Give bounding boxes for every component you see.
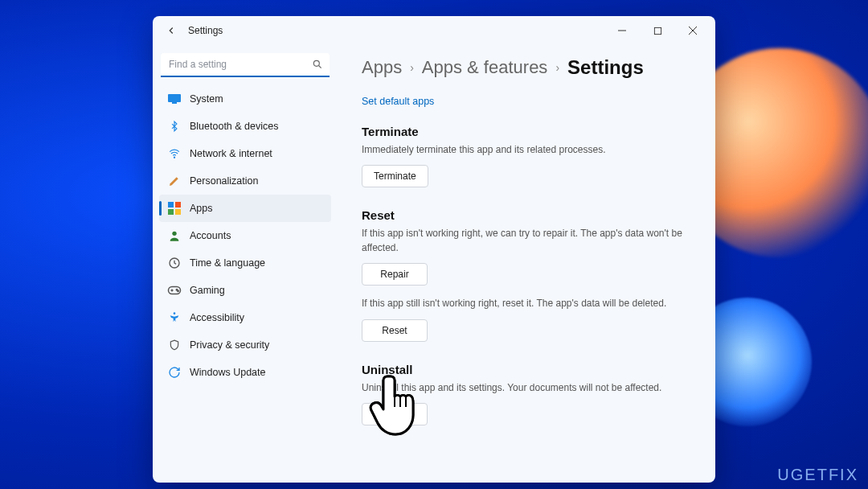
- terminate-description: Immediately terminate this app and its r…: [362, 143, 691, 157]
- display-icon: [167, 92, 182, 106]
- terminate-heading: Terminate: [362, 125, 691, 138]
- svg-rect-5: [172, 102, 177, 104]
- svg-rect-4: [168, 94, 181, 102]
- sidebar-item-time-language[interactable]: Time & language: [159, 249, 331, 277]
- svg-rect-8: [175, 202, 181, 208]
- chevron-right-icon: ›: [555, 61, 559, 74]
- svg-point-16: [174, 312, 176, 314]
- clock-icon: [167, 256, 182, 270]
- sidebar-item-system[interactable]: System: [159, 85, 331, 113]
- svg-rect-7: [168, 202, 174, 208]
- sidebar-item-label: Privacy & security: [190, 339, 269, 351]
- reset-button[interactable]: Reset: [362, 319, 428, 342]
- sidebar-item-label: Time & language: [190, 257, 265, 269]
- reset-description: If this app still isn't working right, r…: [362, 297, 691, 310]
- set-default-apps-link[interactable]: Set default apps: [362, 96, 434, 107]
- close-button[interactable]: [675, 19, 710, 42]
- chevron-right-icon: ›: [410, 61, 414, 74]
- person-icon: [167, 228, 182, 243]
- minimize-button[interactable]: [604, 19, 640, 42]
- terminate-button[interactable]: Terminate: [362, 165, 428, 187]
- uninstall-section: Uninstall Uninstall this app and its set…: [362, 363, 691, 425]
- uninstall-description: Uninstall this app and its settings. You…: [362, 381, 691, 395]
- sidebar-item-label: Personalization: [190, 175, 258, 187]
- titlebar: Settings: [153, 16, 715, 45]
- sidebar-item-gaming[interactable]: Gaming: [159, 277, 331, 304]
- search-icon: [312, 59, 323, 73]
- sidebar-item-bluetooth[interactable]: Bluetooth & devices: [159, 113, 331, 140]
- maximize-button[interactable]: [640, 19, 675, 42]
- terminate-section: Terminate Immediately terminate this app…: [362, 125, 691, 187]
- sidebar-item-personalization[interactable]: Personalization: [159, 167, 331, 195]
- window-title: Settings: [188, 25, 223, 36]
- sidebar: System Bluetooth & devices Network & int…: [153, 45, 338, 483]
- svg-point-6: [174, 157, 174, 158]
- main-panel: Apps › Apps & features › Settings Set de…: [338, 45, 715, 483]
- watermark-text: UGETFIX: [777, 466, 858, 484]
- svg-point-2: [313, 60, 319, 66]
- repair-button[interactable]: Repair: [362, 263, 428, 286]
- accessibility-icon: [167, 310, 182, 325]
- sidebar-nav: System Bluetooth & devices Network & int…: [159, 85, 331, 386]
- repair-description: If this app isn't working right, we can …: [362, 227, 691, 255]
- sidebar-item-apps[interactable]: Apps: [159, 195, 331, 222]
- sidebar-item-accessibility[interactable]: Accessibility: [159, 304, 331, 331]
- paintbrush-icon: [167, 174, 182, 188]
- crumb-current: Settings: [567, 56, 644, 79]
- svg-rect-1: [654, 27, 661, 34]
- crumb-apps-features[interactable]: Apps & features: [422, 57, 548, 78]
- wifi-icon: [167, 146, 182, 161]
- sidebar-item-label: Windows Update: [190, 367, 266, 378]
- crumb-apps[interactable]: Apps: [362, 57, 402, 78]
- sidebar-item-label: Gaming: [190, 285, 225, 296]
- svg-rect-10: [175, 209, 181, 215]
- gamepad-icon: [167, 283, 182, 298]
- sidebar-item-label: System: [190, 93, 223, 105]
- back-button[interactable]: [161, 20, 182, 41]
- uninstall-heading: Uninstall: [362, 363, 691, 376]
- bluetooth-icon: [167, 119, 182, 134]
- svg-point-11: [172, 232, 176, 236]
- svg-point-15: [178, 290, 179, 292]
- breadcrumb: Apps › Apps & features › Settings: [362, 56, 691, 79]
- settings-window: Settings System: [153, 16, 715, 483]
- apps-icon: [167, 201, 182, 216]
- svg-rect-9: [168, 209, 174, 215]
- reset-section: Reset If this app isn't working right, w…: [362, 208, 691, 341]
- sidebar-item-label: Bluetooth & devices: [190, 121, 279, 132]
- sidebar-item-accounts[interactable]: Accounts: [159, 222, 331, 249]
- sidebar-item-label: Apps: [190, 203, 213, 214]
- sidebar-item-label: Accounts: [190, 230, 231, 241]
- sidebar-item-privacy[interactable]: Privacy & security: [159, 331, 331, 359]
- sidebar-item-network[interactable]: Network & internet: [159, 140, 331, 167]
- svg-line-3: [319, 66, 321, 68]
- sidebar-item-label: Network & internet: [190, 148, 272, 159]
- shield-icon: [167, 338, 182, 352]
- uninstall-button[interactable]: Uninstall: [362, 403, 428, 425]
- reset-heading: Reset: [362, 208, 691, 222]
- sidebar-item-windows-update[interactable]: Windows Update: [159, 359, 331, 386]
- search-input[interactable]: [161, 53, 330, 77]
- sidebar-item-label: Accessibility: [190, 312, 244, 323]
- update-icon: [167, 365, 182, 380]
